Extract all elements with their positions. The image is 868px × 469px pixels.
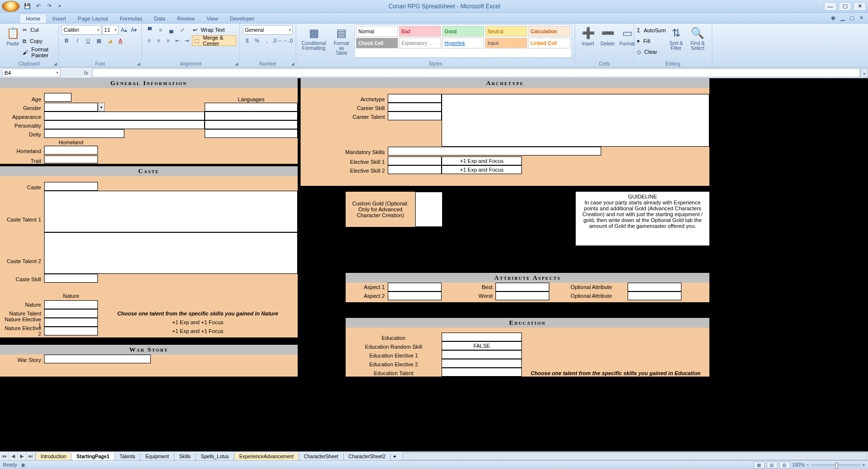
style-input[interactable]: Input [485,38,527,48]
tab-developer[interactable]: Developer [224,14,260,23]
fx-button[interactable]: fx [80,68,92,77]
percent-button[interactable]: % [253,36,261,45]
style-calculation[interactable]: Calculation [528,26,570,37]
quick-access-toolbar: 💾 ↶ ↷ ▾ [23,2,65,11]
delete-icon: ➖ [600,25,615,41]
window-title: Conan RPG Spreadsheet - Microsoft Excel [65,3,824,10]
undo-icon[interactable]: ↶ [33,2,43,11]
currency-button[interactable]: $ [243,36,252,45]
fill-button[interactable]: ▾ Fill [637,36,666,46]
tab-review[interactable]: Review [171,14,201,23]
border-button[interactable]: ▦ [94,36,104,45]
find-select-button[interactable]: 🔍Find & Select [686,24,709,58]
align-center-button[interactable]: ≡ [154,36,163,45]
autosum-button[interactable]: Σ AutoSum [637,25,666,36]
align-bottom-button[interactable]: ▄ [166,25,176,35]
tab-home[interactable]: Home [20,14,47,23]
paste-button[interactable]: 📋 Paste [3,24,23,58]
style-normal[interactable]: Normal [356,26,398,37]
formula-input[interactable] [92,68,860,77]
tab-insert[interactable]: Insert [47,14,72,23]
insert-cells-button[interactable]: ➕Insert [578,24,598,58]
tab-formulas[interactable]: Formulas [114,14,148,23]
inc-decimal-button[interactable]: .0→ [272,36,282,45]
sort-filter-button[interactable]: ⇅Sort & Filter [666,24,686,58]
eraser-icon: ◇ [637,49,641,55]
font-name-value: Calibri [64,27,79,33]
grow-font-button[interactable]: A▴ [119,25,128,35]
minimize-button[interactable]: — [824,2,837,11]
orientation-button[interactable]: ⤢ [177,25,187,35]
ribbon-restore-icon[interactable]: ▢ [848,14,856,22]
align-top-button[interactable]: ▀ [145,25,155,35]
find-label: Find & Select [688,41,707,51]
merge-center-button[interactable]: ⬚ Merge & Center [192,35,236,46]
ribbon-minimize-icon[interactable]: ▁ [839,14,846,22]
style-good[interactable]: Good [442,26,484,37]
style-hyperlink[interactable]: Hyperlink [442,38,484,48]
cell-styles-gallery[interactable]: Normal Bad Good Neutral Calculation Chec… [354,24,572,58]
format-as-table-button[interactable]: ▤Format as Table [330,24,352,58]
insert-icon: ➕ [580,25,596,41]
tab-view[interactable]: View [201,14,224,23]
sigma-icon: Σ [637,27,640,33]
ribbon: 📋 Paste ✂ Cut ⧉ Copy 🖌 Format Painter Cl… [0,23,868,67]
conditional-formatting-button[interactable]: ▦Conditional Formatting [299,24,328,58]
help-icon[interactable]: ◉ [829,14,837,22]
copy-button[interactable]: ⧉ Copy [23,36,55,46]
table-icon: ▤ [334,25,350,41]
maximize-button[interactable]: ▢ [839,2,851,11]
styles-group-label: Styles [296,61,575,67]
format-label: Format [619,41,635,46]
redo-icon[interactable]: ↷ [44,2,54,11]
clipboard-launcher[interactable]: ◢ [54,62,57,66]
style-checkcell[interactable]: Check Cell [356,38,398,48]
font-color-button[interactable]: A [116,36,125,45]
painter-label: Format Painter [31,46,55,58]
style-linked[interactable]: Linked Cell [528,38,570,48]
delete-cells-button[interactable]: ➖Delete [598,24,617,58]
number-format-value: General [245,27,264,33]
shrink-font-button[interactable]: A▾ [130,25,139,35]
ribbon-tabs: Home Insert Page Layout Formulas Data Re… [0,13,868,23]
qat-dropdown-icon[interactable]: ▾ [55,2,65,11]
style-neutral[interactable]: Neutral [485,26,527,37]
number-launcher[interactable]: ◢ [291,62,294,66]
office-button[interactable] [2,1,20,12]
group-cells: ➕Insert ➖Delete ▭Format Cells [575,23,634,67]
copy-label: Copy [30,38,43,44]
format-painter-button[interactable]: 🖌 Format Painter [23,47,55,58]
fill-icon: ▾ [637,38,640,45]
close-button[interactable]: ✕ [853,2,866,11]
font-size-combo[interactable]: 11▾ [102,25,118,35]
font-size-value: 11 [104,27,110,33]
ribbon-close-icon[interactable]: ✕ [857,14,865,22]
tab-page-layout[interactable]: Page Layout [72,14,114,23]
indent-inc-button[interactable]: ⇥ [183,36,191,45]
fill-color-button[interactable]: ◢ [105,36,115,45]
font-launcher[interactable]: ◢ [137,62,140,66]
align-middle-button[interactable]: ≡ [156,25,165,35]
alignment-launcher[interactable]: ◢ [235,62,238,66]
cut-button[interactable]: ✂ Cut [23,24,55,35]
group-number: General▾ $ % , .0→ ←.0 Number ◢ [240,23,296,67]
dec-decimal-button[interactable]: ←.0 [283,36,293,45]
wrap-text-button[interactable]: ↩ Wrap Text [193,24,225,35]
number-format-combo[interactable]: General▾ [243,25,293,35]
cut-icon: ✂ [23,27,27,33]
align-right-button[interactable]: ≡ [164,36,172,45]
font-name-combo[interactable]: Calibri▾ [62,25,101,35]
save-icon[interactable]: 💾 [23,2,32,11]
style-bad[interactable]: Bad [399,26,441,37]
formula-expand-button[interactable]: ⌄ [860,68,868,77]
name-box[interactable]: B4▾ [2,68,61,77]
comma-button[interactable]: , [262,36,271,45]
italic-button[interactable]: I [72,36,82,45]
underline-button[interactable]: U [83,36,93,45]
align-left-button[interactable]: ≡ [145,36,153,45]
clear-button[interactable]: ◇ Clear [637,46,666,57]
bold-button[interactable]: B [62,36,71,45]
indent-dec-button[interactable]: ⇤ [173,36,182,45]
tab-data[interactable]: Data [148,14,171,23]
style-explanatory[interactable]: Explanatory ... [399,38,441,48]
